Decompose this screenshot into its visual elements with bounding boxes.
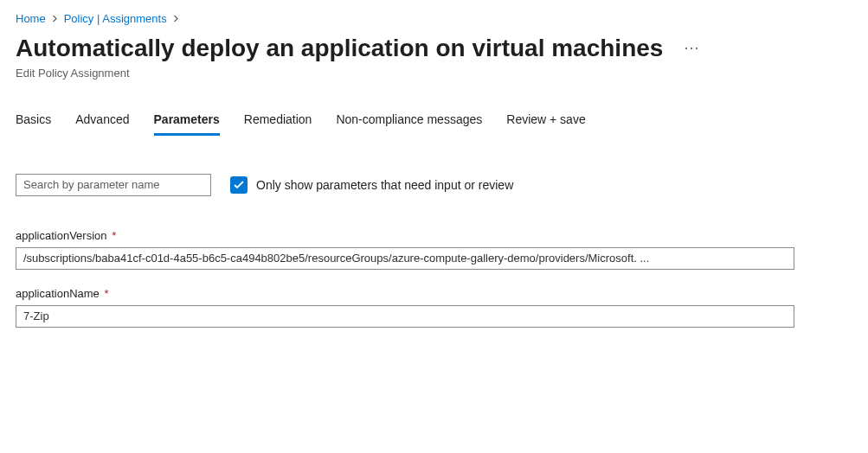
header-row: Automatically deploy an application on v… — [16, 34, 852, 63]
required-indicator: * — [101, 287, 109, 300]
tab-basics[interactable]: Basics — [16, 112, 51, 136]
chevron-right-icon — [52, 14, 58, 24]
applicationname-input[interactable] — [16, 305, 794, 328]
only-show-checkbox-label: Only show parameters that need input or … — [256, 178, 513, 192]
chevron-right-icon — [173, 14, 179, 24]
breadcrumb: Home Policy | Assignments — [16, 12, 852, 25]
tabs: Basics Advanced Parameters Remediation N… — [16, 112, 852, 136]
required-indicator: * — [109, 229, 117, 242]
tab-remediation[interactable]: Remediation — [244, 112, 312, 136]
param-applicationname: applicationName * — [16, 287, 852, 328]
page-subtitle: Edit Policy Assignment — [16, 67, 852, 80]
only-show-checkbox[interactable] — [230, 176, 248, 194]
page-title: Automatically deploy an application on v… — [16, 34, 663, 63]
tab-non-compliance-messages[interactable]: Non-compliance messages — [336, 112, 482, 136]
applicationversion-input[interactable] — [16, 247, 794, 270]
breadcrumb-policy-assignments[interactable]: Policy | Assignments — [64, 12, 167, 25]
tab-advanced[interactable]: Advanced — [75, 112, 129, 136]
only-show-checkbox-wrap: Only show parameters that need input or … — [230, 176, 513, 194]
applicationname-label: applicationName * — [16, 287, 852, 300]
checkmark-icon — [234, 181, 244, 189]
filter-row: Only show parameters that need input or … — [16, 174, 852, 196]
applicationversion-label: applicationVersion * — [16, 229, 852, 242]
param-applicationversion: applicationVersion * — [16, 229, 852, 270]
breadcrumb-home[interactable]: Home — [16, 12, 46, 25]
tab-parameters[interactable]: Parameters — [154, 112, 220, 136]
search-input[interactable] — [16, 174, 211, 196]
more-actions-button[interactable]: ··· — [680, 35, 703, 61]
tab-review-save[interactable]: Review + save — [506, 112, 585, 136]
